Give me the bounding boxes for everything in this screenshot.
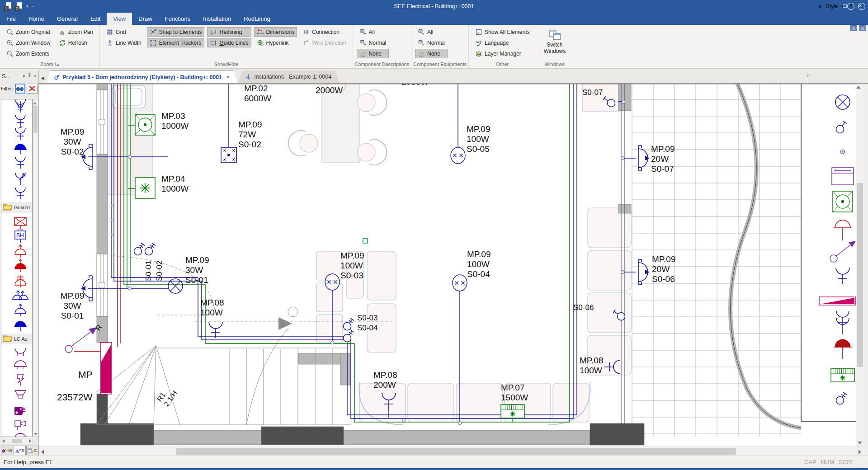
language-button[interactable]: ABCLanguage [472,38,532,47]
symbol-sw[interactable] [836,121,847,133]
junction-box[interactable] [458,422,462,425]
help-icon[interactable]: ? [847,3,854,10]
symbol-ast[interactable] [110,204,113,207]
qat-dropdown-icon[interactable]: ▾ [26,4,28,9]
drawing-canvas[interactable]: MP.0930WS0-02MP.031000WMP.0972WS0-02MP.0… [39,84,856,446]
symbol-domeo[interactable] [834,220,851,240]
tab-scroll-right-icon[interactable]: ▷ [807,72,811,77]
snap-to-elements-button[interactable]: Snap to Elements [147,27,205,37]
ribbon-tab-functions[interactable]: Functions [159,13,197,25]
ribbon-tab-edit[interactable]: Edit [84,13,107,25]
symbol-item-arcs3[interactable] [15,99,26,113]
resize-grip[interactable]: ⋰ [861,462,865,467]
zoom-extents-button[interactable]: Zoom Extents [4,49,53,58]
symbol-sw2[interactable] [344,330,354,342]
tab-scroll-left-icon[interactable]: ◀ [39,72,46,83]
symbol-item-domep[interactable] [14,433,26,437]
panel-tab-w[interactable]: W [1,446,13,455]
symbol-list-scrollbar[interactable] [33,99,38,437]
symbol-item-yl[interactable] [15,157,25,169]
symbol-heater[interactable] [831,368,854,382]
connection-button[interactable]: Connection [300,27,349,37]
ribbon-tab-file[interactable]: File [0,13,22,25]
symbol-list[interactable]: GniazdSHLC Au [1,99,33,437]
layer-manager-button[interactable]: Layer Manager [472,49,532,58]
symbol-item-yl[interactable] [15,115,25,127]
symbol-item-domebr[interactable] [15,275,26,287]
filter-clear-button[interactable] [27,84,38,94]
symbol-recessed[interactable] [833,191,853,212]
zoom-pan-button[interactable]: Zoom Pan [56,27,96,37]
filter-binoculars-button[interactable] [15,84,26,94]
symbol-xxlamp[interactable] [451,147,465,164]
open-document-icon[interactable]: 2 [15,2,24,10]
symbol-xxlamp[interactable] [453,275,467,291]
qat-customize-icon[interactable]: ≖ [31,4,35,9]
zoom-original-button[interactable]: Zoom Original [4,27,53,37]
pin-icon[interactable] [27,73,32,79]
zoom-window-button[interactable]: Zoom Window [4,38,53,47]
grid-button[interactable]: Grid [104,27,144,37]
document-tab[interactable]: Installations - Example 1: 0004 [238,70,340,83]
line-width-button[interactable]: Line Width [104,38,144,47]
document-tab-close-icon[interactable]: × [225,74,230,80]
symbol-wedgeh[interactable] [819,297,855,305]
show-all-elements-button[interactable]: Show All Elements [472,27,532,37]
info-icon[interactable]: i [858,3,865,10]
symbol-sarrow[interactable] [65,327,97,352]
symbol-cbox[interactable] [221,147,236,163]
symbol-item-spkp[interactable] [15,390,26,398]
symbol-dot[interactable] [841,150,845,154]
all-button[interactable]: A3All [415,27,448,37]
junction-box[interactable] [621,271,624,274]
ribbon-tab-general[interactable]: General [51,13,84,25]
symbol-sarrow2[interactable] [830,241,856,262]
ribbon-tab-installation[interactable]: Installation [197,13,237,25]
symbol-heater[interactable] [501,404,524,418]
style-menu[interactable]: Style [826,3,838,9]
dialog-launcher-icon[interactable] [55,61,59,67]
ribbon-tab-redlining[interactable]: RedLining [237,13,277,25]
folder-row[interactable]: LC Au [3,336,28,342]
junction-box[interactable] [128,287,132,290]
symbol-item-domear[interactable] [15,244,26,258]
symbol-item-flagp[interactable] [18,374,24,385]
guide-lines-button[interactable]: Guide Lines [207,38,251,47]
symbol-item-domep[interactable] [14,361,26,369]
junction-box[interactable] [402,419,406,422]
symbol-item-ylt[interactable] [15,127,25,140]
symbol-item-camp[interactable] [14,407,25,415]
symbol-wlamp[interactable] [638,146,650,171]
collapse-ribbon-icon[interactable]: ∧ [818,3,822,9]
hyperlink-button[interactable]: Hyperlink [254,38,297,47]
panel-dropdown-icon[interactable]: ▾ [23,74,25,79]
refresh-button[interactable]: Refresh [56,38,96,47]
ribbon-tab-home[interactable]: Home [22,13,51,25]
canvas-vscrollbar[interactable] [856,84,863,446]
junction-box[interactable] [128,155,132,159]
symbol-item-projp[interactable] [15,421,25,430]
symbol-sunbox[interactable] [135,178,155,198]
symbol-domef[interactable] [834,339,852,359]
normal-button[interactable]: A3Normal [415,38,448,47]
symbol-ylamp[interactable] [209,322,222,338]
ribbon-tab-view[interactable]: View [107,13,132,25]
symbol-item-shbox[interactable]: SH [15,231,26,243]
style-dropdown-icon[interactable]: ▾ [841,4,844,9]
wire-direction-button[interactable]: Wire Direction [300,38,349,47]
junction-box[interactable] [331,341,334,344]
normal-button[interactable]: A3Normal [357,38,389,47]
folder-row[interactable]: Gniazd [3,204,30,210]
panel-tab-c[interactable]: C [26,446,38,455]
symbol-ast[interactable] [110,219,113,222]
symbol-keysw[interactable] [836,392,847,404]
ribbon-tab-draw[interactable]: Draw [132,13,158,25]
new-document-icon[interactable]: 1 [5,2,13,10]
symbol-item-cupp[interactable] [15,348,26,356]
document-tab[interactable]: Przykład 5 - Dom jednorodzinny (Etykiety… [46,70,238,83]
symbol-ast[interactable] [110,233,113,236]
symbol-sw2[interactable] [134,243,145,255]
junction-box[interactable] [621,157,624,160]
symbol-list-hscrollbar[interactable] [1,438,33,444]
panel-close-icon[interactable]: × [34,74,37,79]
